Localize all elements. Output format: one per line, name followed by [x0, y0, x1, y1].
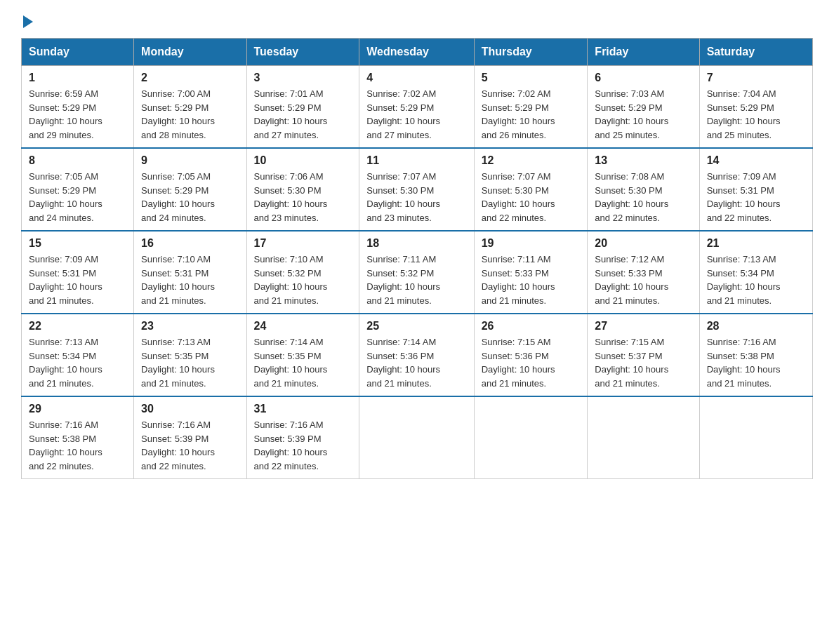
- calendar-cell: 7 Sunrise: 7:04 AMSunset: 5:29 PMDayligh…: [699, 66, 812, 149]
- calendar-cell: 23 Sunrise: 7:13 AMSunset: 5:35 PMDaylig…: [134, 314, 246, 396]
- calendar-cell: 21 Sunrise: 7:13 AMSunset: 5:34 PMDaylig…: [699, 231, 812, 314]
- calendar-header-wednesday: Wednesday: [359, 39, 474, 66]
- calendar-header-saturday: Saturday: [699, 39, 812, 66]
- calendar-cell: 9 Sunrise: 7:05 AMSunset: 5:29 PMDayligh…: [134, 148, 246, 231]
- day-info: Sunrise: 7:13 AMSunset: 5:35 PMDaylight:…: [141, 337, 215, 389]
- day-number: 29: [29, 403, 126, 415]
- day-number: 30: [141, 403, 239, 415]
- calendar-cell: 27 Sunrise: 7:15 AMSunset: 5:37 PMDaylig…: [588, 314, 699, 396]
- calendar-cell: 24 Sunrise: 7:14 AMSunset: 5:35 PMDaylig…: [246, 314, 359, 396]
- day-number: 22: [29, 320, 126, 333]
- day-info: Sunrise: 7:16 AMSunset: 5:39 PMDaylight:…: [141, 420, 215, 471]
- day-number: 2: [141, 72, 239, 84]
- calendar-cell: 26 Sunrise: 7:15 AMSunset: 5:36 PMDaylig…: [474, 314, 588, 396]
- calendar-cell: 16 Sunrise: 7:10 AMSunset: 5:31 PMDaylig…: [134, 231, 246, 314]
- calendar-cell: 1 Sunrise: 6:59 AMSunset: 5:29 PMDayligh…: [22, 66, 134, 149]
- day-info: Sunrise: 7:13 AMSunset: 5:34 PMDaylight:…: [707, 254, 781, 306]
- calendar-cell: 8 Sunrise: 7:05 AMSunset: 5:29 PMDayligh…: [22, 148, 134, 231]
- day-number: 13: [595, 154, 691, 167]
- day-info: Sunrise: 7:10 AMSunset: 5:31 PMDaylight:…: [141, 254, 215, 306]
- day-info: Sunrise: 7:03 AMSunset: 5:29 PMDaylight:…: [595, 88, 668, 140]
- calendar-cell: 20 Sunrise: 7:12 AMSunset: 5:33 PMDaylig…: [588, 231, 699, 314]
- calendar-cell: 22 Sunrise: 7:13 AMSunset: 5:34 PMDaylig…: [22, 314, 134, 396]
- day-info: Sunrise: 7:02 AMSunset: 5:29 PMDaylight:…: [482, 88, 555, 140]
- calendar-cell: 25 Sunrise: 7:14 AMSunset: 5:36 PMDaylig…: [359, 314, 474, 396]
- day-number: 31: [254, 403, 352, 415]
- day-info: Sunrise: 7:01 AMSunset: 5:29 PMDaylight:…: [254, 88, 328, 140]
- calendar-cell: 12 Sunrise: 7:07 AMSunset: 5:30 PMDaylig…: [474, 148, 588, 231]
- calendar-cell: 17 Sunrise: 7:10 AMSunset: 5:32 PMDaylig…: [246, 231, 359, 314]
- day-number: 26: [482, 320, 581, 333]
- calendar-header-tuesday: Tuesday: [246, 39, 359, 66]
- day-info: Sunrise: 7:13 AMSunset: 5:34 PMDaylight:…: [29, 337, 102, 389]
- calendar-cell: 30 Sunrise: 7:16 AMSunset: 5:39 PMDaylig…: [134, 396, 246, 479]
- calendar-header-monday: Monday: [134, 39, 246, 66]
- calendar-cell: 11 Sunrise: 7:07 AMSunset: 5:30 PMDaylig…: [359, 148, 474, 231]
- day-info: Sunrise: 7:15 AMSunset: 5:36 PMDaylight:…: [482, 337, 555, 389]
- calendar-cell: 5 Sunrise: 7:02 AMSunset: 5:29 PMDayligh…: [474, 66, 588, 149]
- calendar-header-thursday: Thursday: [474, 39, 588, 66]
- day-info: Sunrise: 7:15 AMSunset: 5:37 PMDaylight:…: [595, 337, 668, 389]
- page-header: [21, 14, 813, 25]
- calendar-cell: 2 Sunrise: 7:00 AMSunset: 5:29 PMDayligh…: [134, 66, 246, 149]
- day-number: 7: [707, 72, 805, 84]
- day-number: 3: [254, 72, 352, 84]
- day-info: Sunrise: 6:59 AMSunset: 5:29 PMDaylight:…: [29, 88, 102, 140]
- day-info: Sunrise: 7:10 AMSunset: 5:32 PMDaylight:…: [254, 254, 328, 306]
- calendar-week-row: 1 Sunrise: 6:59 AMSunset: 5:29 PMDayligh…: [22, 66, 813, 149]
- day-info: Sunrise: 7:14 AMSunset: 5:36 PMDaylight:…: [366, 337, 440, 389]
- day-number: 20: [595, 237, 691, 250]
- calendar-week-row: 22 Sunrise: 7:13 AMSunset: 5:34 PMDaylig…: [22, 314, 813, 396]
- day-number: 10: [254, 154, 352, 167]
- calendar-cell: 13 Sunrise: 7:08 AMSunset: 5:30 PMDaylig…: [588, 148, 699, 231]
- day-number: 23: [141, 320, 239, 333]
- day-number: 14: [707, 154, 805, 167]
- day-info: Sunrise: 7:12 AMSunset: 5:33 PMDaylight:…: [595, 254, 668, 306]
- calendar-cell: 6 Sunrise: 7:03 AMSunset: 5:29 PMDayligh…: [588, 66, 699, 149]
- day-number: 1: [29, 72, 126, 84]
- day-number: 21: [707, 237, 805, 250]
- day-number: 5: [482, 72, 581, 84]
- calendar-cell: 3 Sunrise: 7:01 AMSunset: 5:29 PMDayligh…: [246, 66, 359, 149]
- day-info: Sunrise: 7:16 AMSunset: 5:38 PMDaylight:…: [29, 420, 102, 471]
- calendar-cell: 14 Sunrise: 7:09 AMSunset: 5:31 PMDaylig…: [699, 148, 812, 231]
- calendar-cell: [474, 396, 588, 479]
- day-info: Sunrise: 7:05 AMSunset: 5:29 PMDaylight:…: [29, 171, 102, 223]
- day-info: Sunrise: 7:09 AMSunset: 5:31 PMDaylight:…: [707, 171, 781, 223]
- day-info: Sunrise: 7:16 AMSunset: 5:39 PMDaylight:…: [254, 420, 328, 471]
- day-number: 15: [29, 237, 126, 250]
- calendar-header-friday: Friday: [588, 39, 699, 66]
- calendar-cell: [588, 396, 699, 479]
- day-info: Sunrise: 7:16 AMSunset: 5:38 PMDaylight:…: [707, 337, 781, 389]
- calendar-cell: 29 Sunrise: 7:16 AMSunset: 5:38 PMDaylig…: [22, 396, 134, 479]
- day-info: Sunrise: 7:08 AMSunset: 5:30 PMDaylight:…: [595, 171, 668, 223]
- day-info: Sunrise: 7:09 AMSunset: 5:31 PMDaylight:…: [29, 254, 102, 306]
- logo: [21, 14, 33, 25]
- calendar-week-row: 29 Sunrise: 7:16 AMSunset: 5:38 PMDaylig…: [22, 396, 813, 479]
- day-number: 24: [254, 320, 352, 333]
- day-info: Sunrise: 7:06 AMSunset: 5:30 PMDaylight:…: [254, 171, 328, 223]
- calendar-cell: 18 Sunrise: 7:11 AMSunset: 5:32 PMDaylig…: [359, 231, 474, 314]
- day-number: 28: [707, 320, 805, 333]
- calendar-header-sunday: Sunday: [22, 39, 134, 66]
- calendar-table: SundayMondayTuesdayWednesdayThursdayFrid…: [21, 38, 813, 479]
- calendar-week-row: 15 Sunrise: 7:09 AMSunset: 5:31 PMDaylig…: [22, 231, 813, 314]
- day-number: 6: [595, 72, 691, 84]
- calendar-cell: [699, 396, 812, 479]
- day-info: Sunrise: 7:02 AMSunset: 5:29 PMDaylight:…: [366, 88, 440, 140]
- calendar-cell: 15 Sunrise: 7:09 AMSunset: 5:31 PMDaylig…: [22, 231, 134, 314]
- day-info: Sunrise: 7:11 AMSunset: 5:32 PMDaylight:…: [366, 254, 440, 306]
- day-info: Sunrise: 7:07 AMSunset: 5:30 PMDaylight:…: [482, 171, 555, 223]
- day-number: 17: [254, 237, 352, 250]
- day-info: Sunrise: 7:14 AMSunset: 5:35 PMDaylight:…: [254, 337, 328, 389]
- day-number: 25: [366, 320, 466, 333]
- day-number: 4: [366, 72, 466, 84]
- day-number: 16: [141, 237, 239, 250]
- day-info: Sunrise: 7:07 AMSunset: 5:30 PMDaylight:…: [366, 171, 440, 223]
- calendar-week-row: 8 Sunrise: 7:05 AMSunset: 5:29 PMDayligh…: [22, 148, 813, 231]
- day-info: Sunrise: 7:00 AMSunset: 5:29 PMDaylight:…: [141, 88, 215, 140]
- day-number: 18: [366, 237, 466, 250]
- calendar-cell: 28 Sunrise: 7:16 AMSunset: 5:38 PMDaylig…: [699, 314, 812, 396]
- day-info: Sunrise: 7:04 AMSunset: 5:29 PMDaylight:…: [707, 88, 781, 140]
- calendar-cell: 4 Sunrise: 7:02 AMSunset: 5:29 PMDayligh…: [359, 66, 474, 149]
